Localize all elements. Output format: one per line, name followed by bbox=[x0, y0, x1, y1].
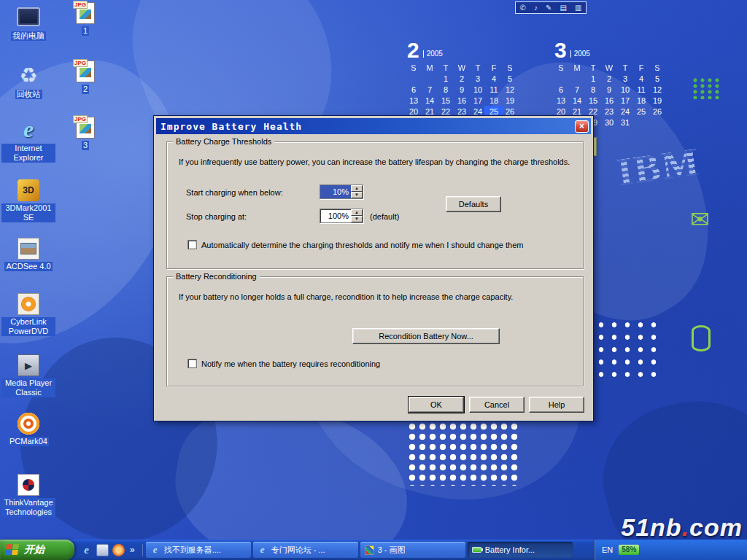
calendar-date bbox=[406, 74, 422, 84]
improve-battery-health-dialog: Improve Battery Health × Battery Charge … bbox=[153, 115, 594, 421]
spinner-up-icon[interactable]: ▲ bbox=[351, 209, 363, 216]
calendar-date: 17 bbox=[617, 96, 633, 106]
start-button[interactable]: 开始 bbox=[0, 540, 74, 560]
calendar-date: 11 bbox=[486, 85, 502, 95]
calendar-date bbox=[569, 74, 585, 84]
calendar-date: 4 bbox=[486, 74, 502, 84]
windows-flag-icon bbox=[5, 544, 20, 556]
desktop-icon-pcmark[interactable]: PCMark04 bbox=[1, 413, 55, 446]
calendar-date: 7 bbox=[569, 85, 585, 95]
calendar-date: 11 bbox=[633, 85, 649, 95]
desktop-icon-internet-explorer[interactable]: Internet Explorer bbox=[1, 117, 55, 163]
calendar-month-number: 3 bbox=[554, 40, 567, 60]
start-threshold-value[interactable]: 10% bbox=[320, 185, 351, 198]
defaults-button[interactable]: Defaults bbox=[446, 196, 501, 212]
taskbar-task-4[interactable]: Battery Infor... bbox=[468, 542, 573, 558]
battery-charge-thresholds-group: Battery Charge Thresholds If you infrequ… bbox=[166, 141, 584, 269]
spinner-buttons: ▲ ▼ bbox=[351, 209, 363, 222]
desktop-icon-label: CyberLink PowerDVD bbox=[1, 317, 55, 336]
spinner-up-icon[interactable]: ▲ bbox=[351, 185, 363, 192]
taskbar: 开始 » 找不到服务器....专门网论坛 - ...3 - 画图Battery … bbox=[0, 540, 747, 560]
desktop-icon-recycle-bin[interactable]: 回收站 bbox=[1, 63, 55, 99]
desktop-file-1[interactable]: JPG1 bbox=[66, 2, 105, 36]
close-icon[interactable]: × bbox=[575, 120, 589, 133]
taskbar-task-3[interactable]: 3 - 画图 bbox=[360, 542, 465, 558]
dialog-title-bar[interactable]: Improve Battery Health × bbox=[156, 118, 591, 134]
show-desktop-icon[interactable] bbox=[96, 544, 109, 556]
desktop-file-3[interactable]: JPG3 bbox=[66, 117, 105, 150]
ie-icon bbox=[258, 545, 268, 555]
calendar-date: 1 bbox=[438, 74, 454, 84]
ok-button[interactable]: OK bbox=[409, 397, 464, 413]
calendar-date bbox=[649, 118, 665, 128]
stop-threshold-spinner[interactable]: 100% ▲ ▼ bbox=[320, 209, 363, 223]
dots-pattern-small bbox=[595, 319, 662, 384]
pcmark-icon bbox=[18, 413, 39, 435]
recondition-battery-button[interactable]: Recondition Battery Now... bbox=[352, 328, 500, 344]
help-button[interactable]: Help bbox=[529, 397, 584, 413]
desktop-icon-acdsee[interactable]: ACDSee 4.0 bbox=[1, 238, 55, 271]
start-threshold-spinner[interactable]: 10% ▲ ▼ bbox=[320, 184, 363, 199]
calendar-date: 14 bbox=[569, 96, 585, 106]
desktop-icon-powerdvd[interactable]: CyberLink PowerDVD bbox=[1, 293, 55, 336]
battery-reconditioning-group: Battery Reconditioning If your battery n… bbox=[166, 276, 584, 386]
wallpaper-shape bbox=[587, 381, 747, 540]
calendar-date: 12 bbox=[502, 85, 518, 95]
desktop-icon-media-player-classic[interactable]: Media Player Classic bbox=[1, 354, 55, 397]
pencil-icon bbox=[546, 2, 551, 13]
group-title: Battery Charge Thresholds bbox=[173, 137, 274, 147]
thinkvantage-icon bbox=[18, 474, 39, 496]
taskbar-task-2[interactable]: 专门网论坛 - ... bbox=[253, 542, 358, 558]
notify-reconditioning-checkbox-row[interactable]: Notify me when the battery requires reco… bbox=[187, 359, 380, 368]
ie-icon bbox=[150, 545, 160, 555]
calendar-february: 2 2005 SMTWTFS12345678910111213141516171… bbox=[406, 40, 522, 128]
checkbox-label: Automatically determine the charging thr… bbox=[201, 241, 523, 249]
media-player-icon[interactable] bbox=[112, 544, 125, 556]
task-label: 专门网论坛 - ... bbox=[271, 545, 325, 556]
calendar-date: 10 bbox=[617, 85, 633, 95]
desktop-icon-thinkvantage[interactable]: ThinkVantage Technologies bbox=[1, 474, 55, 517]
calendar-date: 13 bbox=[406, 96, 422, 106]
calendar-date: 1 bbox=[585, 74, 601, 84]
language-indicator[interactable]: EN bbox=[602, 545, 613, 554]
stop-threshold-value[interactable]: 100% bbox=[320, 209, 351, 222]
start-button-label: 开始 bbox=[24, 543, 44, 556]
calendar-date: 10 bbox=[470, 85, 486, 95]
desktop-file-label: 2 bbox=[82, 85, 89, 94]
envelope-icon: ✉ bbox=[690, 206, 710, 233]
calendar-day-header: T bbox=[617, 63, 633, 73]
jpg-file-icon: JPG bbox=[76, 2, 95, 24]
spinner-down-icon[interactable]: ▼ bbox=[351, 216, 363, 222]
calendar-date: 16 bbox=[601, 96, 617, 106]
calendar-march: 3 2005 SMTWTFS12345678910111213141516171… bbox=[553, 40, 670, 128]
internet-explorer-icon[interactable] bbox=[80, 544, 93, 556]
calendar-day-header: W bbox=[601, 63, 617, 73]
quick-launch-overflow-chevron[interactable]: » bbox=[128, 545, 136, 555]
checkbox-label: Notify me when the battery requires reco… bbox=[201, 359, 380, 368]
desktop-icon-3dmark[interactable]: 3DMark2001 SE bbox=[1, 179, 55, 222]
paint-icon bbox=[365, 545, 374, 555]
desktop-icon-label: ThinkVantage Technologies bbox=[1, 498, 55, 517]
desktop-icon-my-computer[interactable]: 我的电脑 bbox=[1, 4, 55, 41]
spinner-down-icon[interactable]: ▼ bbox=[351, 192, 363, 198]
calendar-day-header: F bbox=[633, 63, 649, 73]
desktop-file-2[interactable]: JPG2 bbox=[66, 61, 105, 94]
calendar-date: 9 bbox=[454, 85, 470, 95]
recycle-bin-icon bbox=[16, 63, 41, 88]
calendar-date: 14 bbox=[422, 96, 438, 106]
auto-determine-checkbox-row[interactable]: Automatically determine the charging thr… bbox=[187, 240, 523, 249]
auto-determine-checkbox[interactable] bbox=[187, 240, 197, 249]
notify-reconditioning-checkbox[interactable] bbox=[187, 359, 197, 368]
taskbar-task-1[interactable]: 找不到服务器.... bbox=[146, 542, 251, 558]
3dmark-icon bbox=[18, 179, 39, 201]
desktop-file-label: 3 bbox=[82, 141, 89, 150]
calendar-day-header: S bbox=[406, 63, 422, 73]
file-type-badge: JPG bbox=[73, 115, 88, 123]
calendar-date: 12 bbox=[649, 85, 665, 95]
task-button-area: 找不到服务器....专门网论坛 - ...3 - 画图Battery Infor… bbox=[143, 542, 594, 558]
battery-indicator[interactable]: 58% bbox=[619, 545, 639, 555]
calendar-day-header: S bbox=[553, 63, 569, 73]
music-note-icon bbox=[534, 2, 538, 13]
calendar-date: 25 bbox=[633, 107, 649, 117]
cancel-button[interactable]: Cancel bbox=[469, 397, 525, 413]
